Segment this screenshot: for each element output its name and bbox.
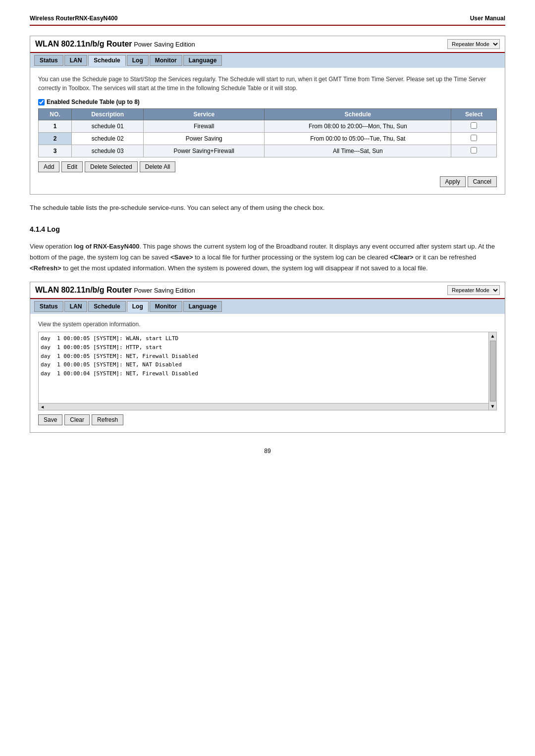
row-checkbox[interactable] [471, 122, 477, 129]
cell-select[interactable] [451, 120, 497, 133]
nav-lan-1[interactable]: LAN [64, 55, 88, 66]
table-row: 3 schedule 03 Power Saving+Firewall All … [39, 145, 497, 157]
cell-no: 3 [39, 145, 72, 157]
log-widget: WLAN 802.11n/b/g Router Power Saving Edi… [30, 282, 505, 433]
col-service: Service [144, 109, 265, 120]
text-inline: to a local file for further processing o… [193, 253, 390, 261]
repeater-mode-dropdown-2[interactable]: Repeater Mode [447, 285, 500, 295]
widget2-header: WLAN 802.11n/b/g Router Power Saving Edi… [30, 282, 505, 299]
nav-language-1[interactable]: Language [183, 55, 222, 66]
cell-service: Firewall [144, 120, 265, 133]
widget1-body: You can use the Schedule page to Start/S… [30, 68, 505, 194]
bold-inline: <Clear> [390, 253, 414, 261]
bold-inline: <Refresh> [30, 264, 61, 272]
cancel-button[interactable]: Cancel [468, 176, 497, 187]
cell-select[interactable] [451, 133, 497, 145]
table-row: 2 schedule 02 Power Saving From 00:00 to… [39, 133, 497, 145]
repeater-mode-dropdown[interactable]: Repeater Mode [447, 39, 500, 49]
widget1-description: You can use the Schedule page to Start/S… [38, 75, 497, 93]
add-button[interactable]: Add [38, 161, 59, 172]
cell-description: schedule 03 [72, 145, 144, 157]
delete-selected-button[interactable]: Delete Selected [85, 161, 138, 172]
cell-service: Power Saving+Firewall [144, 145, 265, 157]
cell-no: 2 [39, 133, 72, 145]
log-scrollbar-right[interactable]: ▲ ▼ [488, 332, 496, 410]
widget1-title-normal: Power Saving Edition [132, 41, 195, 48]
widget1-repeater-select[interactable]: Repeater Mode [447, 39, 500, 49]
enabled-schedule-checkbox[interactable] [38, 99, 45, 105]
scroll-up-arrow[interactable]: ▲ [489, 332, 496, 340]
cell-no: 1 [39, 120, 72, 133]
log-bottom-scrollbar[interactable]: ◄ ► [39, 403, 496, 410]
widget1-nav: Status LAN Schedule Log Monitor Language [30, 53, 505, 68]
schedule-button-row: Add Edit Delete Selected Delete All [38, 161, 497, 172]
log-container: ▲ ▼ ◄ ► [38, 332, 497, 410]
row-checkbox[interactable] [471, 135, 477, 141]
cell-select[interactable] [451, 145, 497, 157]
widget2-body: View the system operation information. ▲… [30, 314, 505, 432]
scroll-left-arrow[interactable]: ◄ [39, 404, 46, 409]
widget2-nav: Status LAN Schedule Log Monitor Language [30, 299, 505, 314]
scroll-down-arrow[interactable]: ▼ [489, 403, 496, 410]
widget1-title-bold: WLAN 802.11n/b/g Router [35, 40, 132, 48]
nav-lan-2[interactable]: LAN [64, 301, 88, 312]
enabled-label-text: Enabled Schedule Table (up to 8) [47, 99, 140, 105]
cell-schedule: From 00:00 to 05:00---Tue, Thu, Sat [265, 133, 451, 145]
edit-button[interactable]: Edit [61, 161, 83, 172]
refresh-button[interactable]: Refresh [92, 414, 123, 425]
apply-button[interactable]: Apply [440, 176, 466, 187]
cell-description: schedule 01 [72, 120, 144, 133]
nav-status-1[interactable]: Status [34, 55, 63, 66]
log-info-text: View the system operation information. [38, 321, 497, 328]
scroll-thumb [490, 341, 496, 402]
schedule-widget: WLAN 802.11n/b/g Router Power Saving Edi… [30, 36, 505, 195]
widget2-title: WLAN 802.11n/b/g Router Power Saving Edi… [35, 286, 195, 295]
page-number: 89 [30, 448, 505, 454]
save-button[interactable]: Save [38, 414, 62, 425]
delete-all-button[interactable]: Delete All [140, 161, 176, 172]
header-title-right: User Manual [470, 15, 505, 22]
nav-schedule-2[interactable]: Schedule [88, 301, 125, 312]
header-title-left: Wireless RouterRNX-EasyN400 [30, 15, 117, 22]
cell-schedule: All Time---Sat, Sun [265, 145, 451, 157]
nav-monitor-2[interactable]: Monitor [150, 301, 182, 312]
nav-monitor-1[interactable]: Monitor [150, 55, 182, 66]
widget1-title: WLAN 802.11n/b/g Router Power Saving Edi… [35, 40, 195, 49]
bold-inline: log of RNX-EasyN400 [74, 243, 139, 250]
enabled-schedule-label: Enabled Schedule Table (up to 8) [38, 99, 497, 105]
row-checkbox[interactable] [471, 147, 477, 153]
cell-description: schedule 02 [72, 133, 144, 145]
clear-button[interactable]: Clear [64, 414, 90, 425]
body-text-2: View operation log of RNX-EasyN400. This… [30, 241, 505, 274]
col-select: Select [451, 109, 497, 120]
widget2-title-bold: WLAN 802.11n/b/g Router [35, 286, 132, 294]
nav-status-2[interactable]: Status [34, 301, 63, 312]
body-text-1: The schedule table lists the pre-schedul… [30, 202, 505, 213]
nav-language-2[interactable]: Language [183, 301, 222, 312]
section-heading-414: 4.1.4 Log [30, 225, 505, 233]
nav-schedule-1[interactable]: Schedule [88, 55, 125, 66]
schedule-table: NO. Description Service Schedule Select … [38, 108, 497, 157]
col-description: Description [72, 109, 144, 120]
bold-inline: <Save> [170, 253, 193, 261]
nav-log-1[interactable]: Log [127, 55, 149, 66]
cell-service: Power Saving [144, 133, 265, 145]
widget2-title-normal: Power Saving Edition [132, 287, 195, 294]
apply-cancel-row: Apply Cancel [38, 176, 497, 187]
text-inline: or it can be refreshed [414, 253, 476, 261]
col-schedule: Schedule [265, 109, 451, 120]
log-buttons-row: Save Clear Refresh [38, 414, 497, 425]
log-textarea[interactable] [39, 332, 496, 402]
widget2-repeater-select[interactable]: Repeater Mode [447, 285, 500, 295]
col-no: NO. [39, 109, 72, 120]
cell-schedule: From 08:00 to 20:00---Mon, Thu, Sun [265, 120, 451, 133]
widget1-header: WLAN 802.11n/b/g Router Power Saving Edi… [30, 36, 505, 53]
text-inline: to get the most updated information. Whe… [61, 264, 428, 272]
text-inline: View operation [30, 243, 74, 250]
nav-log-2[interactable]: Log [127, 301, 149, 312]
table-row: 1 schedule 01 Firewall From 08:00 to 20:… [39, 120, 497, 133]
